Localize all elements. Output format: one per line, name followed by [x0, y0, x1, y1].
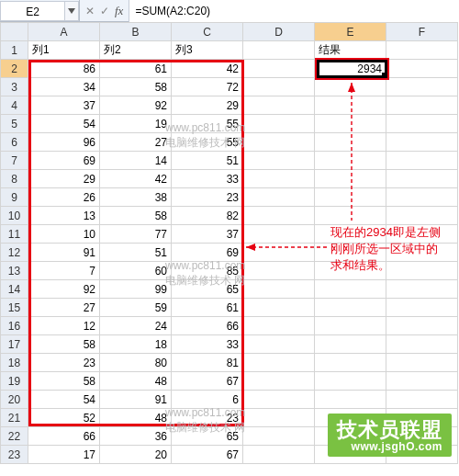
cell-C20[interactable]: 6 [172, 391, 243, 409]
cell-D12[interactable] [243, 244, 315, 262]
cell-D6[interactable] [243, 133, 315, 152]
row-header-11[interactable]: 11 [1, 225, 28, 244]
cell-C7[interactable]: 51 [172, 152, 243, 170]
row-header-19[interactable]: 19 [1, 372, 28, 391]
cell-F1[interactable] [386, 41, 458, 60]
cell-C12[interactable]: 69 [172, 244, 243, 262]
cell-F4[interactable] [386, 96, 458, 115]
cell-D14[interactable] [243, 280, 315, 299]
cell-B12[interactable]: 51 [100, 244, 172, 262]
row-header-14[interactable]: 14 [1, 280, 28, 299]
cell-D20[interactable] [243, 391, 315, 409]
cell-D9[interactable] [243, 188, 315, 207]
select-all-corner[interactable] [1, 23, 28, 41]
formula-input[interactable]: =SUM(A2:C20) [129, 0, 459, 22]
cell-B14[interactable]: 99 [100, 280, 172, 299]
cell-C14[interactable]: 65 [172, 280, 243, 299]
cell-A10[interactable]: 13 [28, 207, 100, 225]
cell-B2[interactable]: 61 [100, 60, 172, 78]
cell-E14[interactable] [315, 280, 386, 299]
cell-C17[interactable]: 33 [172, 335, 243, 354]
row-header-16[interactable]: 16 [1, 317, 28, 335]
cell-A15[interactable]: 27 [28, 299, 100, 317]
cell-A13[interactable]: 7 [28, 262, 100, 280]
cell-F5[interactable] [386, 115, 458, 133]
cell-D10[interactable] [243, 207, 315, 225]
cell-D21[interactable] [243, 409, 315, 427]
cell-C6[interactable]: 55 [172, 133, 243, 152]
row-header-22[interactable]: 22 [1, 427, 28, 446]
cell-B7[interactable]: 14 [100, 152, 172, 170]
cell-D11[interactable] [243, 225, 315, 244]
cell-D1[interactable] [243, 41, 315, 60]
name-box[interactable]: E2 [0, 1, 64, 21]
row-header-8[interactable]: 8 [1, 170, 28, 188]
cell-A12[interactable]: 91 [28, 244, 100, 262]
cell-B5[interactable]: 19 [100, 115, 172, 133]
cell-F17[interactable] [386, 335, 458, 354]
cell-F3[interactable] [386, 78, 458, 96]
col-header-D[interactable]: D [243, 23, 315, 41]
cell-F18[interactable] [386, 354, 458, 372]
cell-A17[interactable]: 58 [28, 335, 100, 354]
cell-D5[interactable] [243, 115, 315, 133]
cell-B17[interactable]: 18 [100, 335, 172, 354]
cell-F19[interactable] [386, 372, 458, 391]
cell-C23[interactable]: 67 [172, 446, 243, 464]
cell-A5[interactable]: 54 [28, 115, 100, 133]
cell-C16[interactable]: 66 [172, 317, 243, 335]
cell-E10[interactable] [315, 207, 386, 225]
col-header-C[interactable]: C [172, 23, 243, 41]
cell-E5[interactable] [315, 115, 386, 133]
row-header-7[interactable]: 7 [1, 152, 28, 170]
cell-A9[interactable]: 26 [28, 188, 100, 207]
cell-E6[interactable] [315, 133, 386, 152]
cell-A14[interactable]: 92 [28, 280, 100, 299]
cell-E8[interactable] [315, 170, 386, 188]
cell-C21[interactable]: 23 [172, 409, 243, 427]
row-header-5[interactable]: 5 [1, 115, 28, 133]
cell-C11[interactable]: 37 [172, 225, 243, 244]
cell-F16[interactable] [386, 317, 458, 335]
cell-D7[interactable] [243, 152, 315, 170]
cell-B21[interactable]: 48 [100, 409, 172, 427]
cancel-icon[interactable]: ✕ [85, 5, 95, 17]
cell-B22[interactable]: 36 [100, 427, 172, 446]
row-header-4[interactable]: 4 [1, 96, 28, 115]
cell-D18[interactable] [243, 354, 315, 372]
cell-D3[interactable] [243, 78, 315, 96]
cell-D17[interactable] [243, 335, 315, 354]
cell-B10[interactable]: 58 [100, 207, 172, 225]
cell-B8[interactable]: 42 [100, 170, 172, 188]
row-header-6[interactable]: 6 [1, 133, 28, 152]
cell-A8[interactable]: 29 [28, 170, 100, 188]
cell-E20[interactable] [315, 391, 386, 409]
cell-E18[interactable] [315, 354, 386, 372]
cell-B11[interactable]: 77 [100, 225, 172, 244]
cell-B23[interactable]: 20 [100, 446, 172, 464]
cell-A18[interactable]: 23 [28, 354, 100, 372]
col-header-A[interactable]: A [28, 23, 100, 41]
col-header-F[interactable]: F [386, 23, 458, 41]
cell-A23[interactable]: 17 [28, 446, 100, 464]
cell-A16[interactable]: 12 [28, 317, 100, 335]
cell-B19[interactable]: 48 [100, 372, 172, 391]
cell-B6[interactable]: 27 [100, 133, 172, 152]
row-header-17[interactable]: 17 [1, 335, 28, 354]
cell-B9[interactable]: 38 [100, 188, 172, 207]
cell-A3[interactable]: 34 [28, 78, 100, 96]
cell-C8[interactable]: 33 [172, 170, 243, 188]
cell-A19[interactable]: 58 [28, 372, 100, 391]
cell-F14[interactable] [386, 280, 458, 299]
cell-F15[interactable] [386, 299, 458, 317]
cell-B15[interactable]: 59 [100, 299, 172, 317]
row-header-3[interactable]: 3 [1, 78, 28, 96]
cell-F2[interactable] [386, 60, 458, 78]
cell-A6[interactable]: 96 [28, 133, 100, 152]
cell-C5[interactable]: 55 [172, 115, 243, 133]
row-header-20[interactable]: 20 [1, 391, 28, 409]
col-header-B[interactable]: B [100, 23, 172, 41]
cell-A22[interactable]: 66 [28, 427, 100, 446]
cell-D13[interactable] [243, 262, 315, 280]
cell-B16[interactable]: 24 [100, 317, 172, 335]
